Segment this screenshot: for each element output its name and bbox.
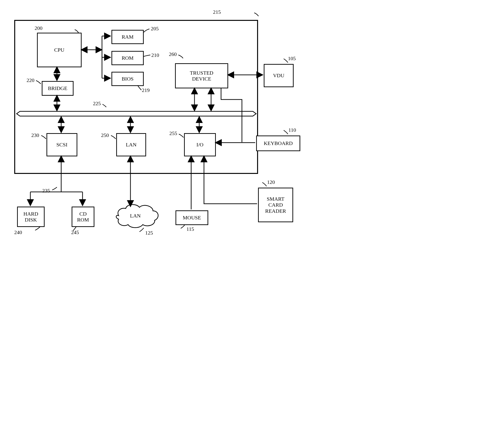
bridge-label: BRIDGE [48, 85, 67, 91]
ram-block: RAM [111, 30, 144, 44]
smartcard-label: SMART CARD READER [265, 196, 286, 214]
block-diagram: CPU RAM ROM BIOS TRUSTED DEVICE VDU BRID… [5, 5, 299, 250]
ram-label: RAM [122, 34, 133, 40]
ref-200: 200 [35, 25, 42, 31]
cpu-block: CPU [37, 33, 82, 67]
ref-230: 230 [31, 132, 39, 138]
ref-110: 110 [288, 127, 296, 133]
rom-label: ROM [122, 55, 133, 61]
ref-255: 255 [169, 130, 177, 136]
cdrom-label: CD ROM [77, 211, 89, 223]
keyboard-label: KEYBOARD [264, 140, 293, 146]
lan-label: LAN [126, 142, 136, 148]
ref-260: 260 [169, 51, 177, 57]
bios-label: BIOS [122, 76, 133, 82]
ref-125: 125 [145, 230, 153, 236]
harddisk-block: HARD DISK [17, 207, 45, 227]
cpu-label: CPU [54, 47, 65, 53]
harddisk-label: HARD DISK [24, 211, 38, 223]
ref-210: 210 [151, 52, 159, 58]
ref-215: 215 [213, 9, 221, 15]
lan-cloud-label: LAN [130, 213, 141, 219]
ref-225: 225 [93, 100, 101, 107]
ref-120: 120 [267, 179, 275, 185]
cdrom-block: CD ROM [72, 207, 94, 227]
ref-240: 240 [14, 229, 22, 235]
mouse-block: MOUSE [175, 210, 208, 225]
keyboard-block: KEYBOARD [256, 135, 300, 151]
ref-219: 219 [142, 87, 150, 93]
vdu-label: VDU [273, 72, 284, 78]
mouse-label: MOUSE [183, 215, 201, 221]
rom-block: ROM [111, 51, 144, 65]
lan-block: LAN [116, 133, 146, 156]
ref-205: 205 [151, 26, 159, 32]
trusted-label: TRUSTED DEVICE [190, 70, 213, 82]
ref-235: 235 [42, 188, 50, 194]
bios-block: BIOS [111, 72, 144, 86]
ref-115: 115 [186, 226, 194, 232]
io-block: I/O [184, 133, 216, 156]
scsi-block: SCSI [47, 133, 77, 156]
ref-250: 250 [101, 132, 109, 138]
scsi-label: SCSI [56, 142, 67, 148]
vdu-block: VDU [264, 64, 294, 87]
ref-220: 220 [27, 77, 34, 83]
smartcard-block: SMART CARD READER [258, 188, 293, 222]
ref-245: 245 [71, 229, 79, 235]
ref-105: 105 [288, 55, 296, 62]
bridge-block: BRIDGE [42, 81, 73, 96]
io-label: I/O [196, 142, 203, 148]
trusted-device-block: TRUSTED DEVICE [175, 63, 228, 88]
